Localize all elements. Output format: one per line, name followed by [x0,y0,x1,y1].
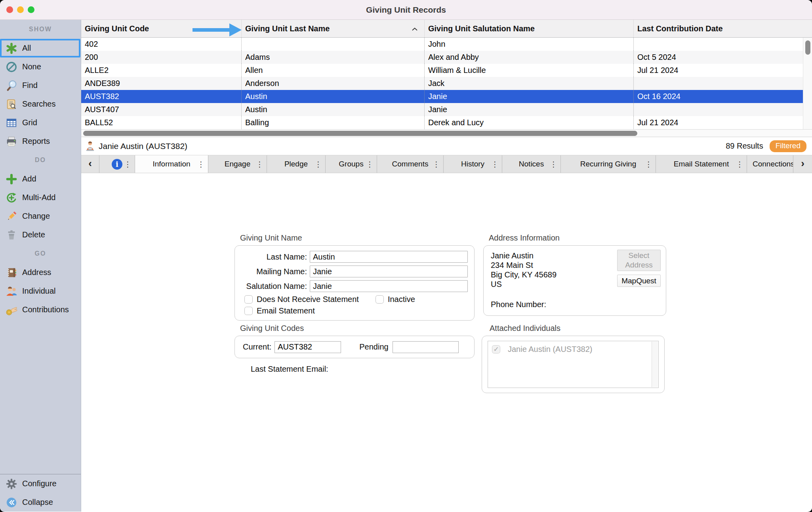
does-not-receive-statement-checkbox[interactable] [244,295,253,304]
tab-history[interactable]: History⋮ [444,155,502,173]
tab-options-icon: ⋮ [124,160,132,168]
horizontal-scrollbar [81,129,812,137]
inactive-checkbox[interactable] [376,295,384,304]
sidebar-item-label: Reports [22,137,50,146]
sidebar-item-multi-add[interactable]: Multi-Add [0,188,81,207]
tab-pledge[interactable]: Pledge⋮ [267,155,326,173]
sidebar-item-reports[interactable]: Reports [0,132,81,151]
giving-unit-name-groupbox: Last Name: Mailing Name: Salutation Name… [234,245,475,321]
plus-icon [5,173,18,185]
sidebar-section-do: DO [0,151,81,170]
sidebar-item-label: Change [22,212,50,221]
pending-code-label: Pending [359,342,388,352]
sidebar-item-grid[interactable]: Grid [0,113,81,132]
mapquest-button[interactable]: MapQuest [617,275,661,287]
annotation-arrow [193,23,242,37]
coin-hand-icon [5,304,18,316]
tab-email-statement[interactable]: Email Statement⋮ [656,155,747,173]
tab-information[interactable]: Information⋮ [135,155,208,173]
sidebar-item-label: Searches [22,99,56,109]
sidebar-item-contributions[interactable]: Contributions [0,300,81,319]
attached-list-scrollbar [652,342,658,387]
sidebar-item-find[interactable]: Find [0,76,81,95]
tab-options-icon: ⋮ [315,160,322,168]
email-statement-label: Email Statement [257,306,315,315]
vertical-scrollbar-thumb[interactable] [805,40,810,55]
last-statement-email-label: Last Statement Email: [251,365,328,374]
horizontal-scrollbar-thumb[interactable] [83,131,637,136]
sidebar-item-all[interactable]: All [0,39,80,57]
sidebar-item-individual[interactable]: Individual [0,282,81,300]
sidebar-item-label: Multi-Add [22,193,55,202]
address-book-icon [5,266,18,279]
attached-individuals-section-label: Attached Individuals [490,324,665,333]
sidebar-item-delete[interactable]: Delete [0,225,81,244]
table-row[interactable]: BALL52BallingDerek and LucyJul 21 2024 [81,116,803,129]
chevron-left-icon: ‹ [88,158,92,170]
column-header-giving-unit-salutation-name[interactable]: Giving Unit Salutation Name [425,20,634,37]
column-header-giving-unit-last-name[interactable]: Giving Unit Last Name [242,20,425,37]
salutation-name-field[interactable] [310,280,468,292]
table-row[interactable]: 402John [81,38,803,51]
pencil-icon [5,210,18,223]
last-name-field[interactable] [310,251,468,263]
sidebar-item-label: Grid [22,118,37,127]
table-row[interactable]: AUST407AustinJanie [81,103,803,116]
tab-connections[interactable]: Connections [747,155,793,173]
pending-code-field[interactable] [393,341,459,353]
vertical-scrollbar [803,38,812,129]
sidebar-item-add[interactable]: Add [0,170,81,188]
tab-options-icon: ⋮ [645,160,652,168]
table-row[interactable]: ALLE2AllenWilliam & LucilleJul 21 2024 [81,64,803,77]
sidebar-item-collapse[interactable]: Collapse [0,493,81,512]
asterisk-icon [5,42,18,55]
tab-options-icon: ⋮ [550,160,557,168]
tab-scroll-left-button[interactable]: ‹ [81,155,99,173]
table-body: 402John 200AdamsAlex and AbbyOct 5 2024 … [81,38,803,129]
tab-engage[interactable]: Engage⋮ [208,155,267,173]
current-code-label: Current: [243,342,271,352]
title-bar: Giving Unit Records [0,0,812,20]
inactive-label: Inactive [388,295,415,304]
giving-unit-name-section-label: Giving Unit Name [240,233,475,243]
select-address-button[interactable]: Select Address [617,250,661,271]
tab-recurring-giving[interactable]: Recurring Giving⋮ [561,155,656,173]
sidebar-item-searches[interactable]: Searches [0,95,81,113]
tab-scroll-right-button[interactable]: › [793,155,812,173]
sidebar-section-show: SHOW [0,20,81,39]
scroll-search-icon [5,98,18,111]
attached-individuals-groupbox: ✓ Janie Austin (AUST382) [482,336,665,393]
magnifier-icon [5,79,18,92]
tab-groups[interactable]: Groups⋮ [326,155,377,173]
current-code-field[interactable] [274,341,341,353]
tab-notices[interactable]: Notices⋮ [502,155,561,173]
sidebar-item-label: Individual [22,287,56,296]
attached-individual-label: Janie Austin (AUST382) [508,345,592,354]
mailing-name-field[interactable] [310,266,468,277]
table-row-selected[interactable]: AUST382AustinJanieOct 16 2024 [81,90,803,103]
tab-record-info[interactable]: i ⋮ [99,155,135,173]
sidebar-item-change[interactable]: Change [0,207,81,225]
tab-comments[interactable]: Comments⋮ [377,155,444,173]
tab-options-icon: ⋮ [366,160,374,168]
sidebar-item-configure[interactable]: Configure [0,474,81,493]
tab-options-icon: ⋮ [256,160,263,168]
table-row[interactable]: ANDE389AndersonJack [81,77,803,90]
person-icon [5,285,18,298]
attached-individual-item: ✓ Janie Austin (AUST382) [492,345,654,354]
email-statement-checkbox[interactable] [244,307,253,315]
attached-individual-checkbox[interactable]: ✓ [492,345,500,353]
sidebar-item-label: Delete [22,230,45,239]
phone-number-label: Phone Number: [491,300,546,309]
sidebar-item-address[interactable]: Address [0,263,81,282]
tab-options-icon: ⋮ [736,160,743,168]
sidebar-item-none[interactable]: None [0,57,81,76]
sidebar: SHOW All None Find [0,20,81,512]
window-title: Giving Unit Records [0,5,812,15]
sidebar-item-label: None [22,62,41,71]
app-window: Giving Unit Records SHOW All None [0,0,812,512]
sidebar-item-label: Find [22,81,38,90]
trash-icon [5,229,18,241]
table-row[interactable]: 200AdamsAlex and AbbyOct 5 2024 [81,51,803,64]
column-header-last-contribution-date[interactable]: Last Contribution Date [634,20,812,37]
